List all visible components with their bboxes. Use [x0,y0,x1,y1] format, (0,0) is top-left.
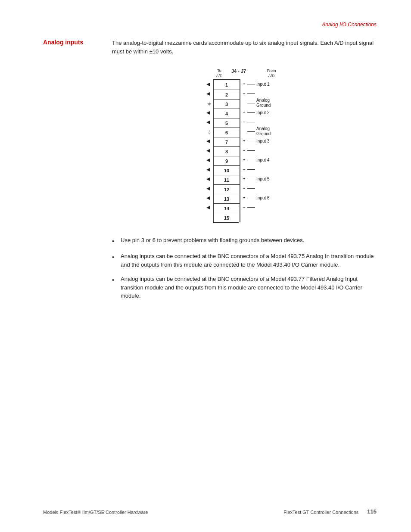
footer-left: Models FlexTest® IIm/GT/SE Controller Ha… [43,510,148,515]
right-cell-13: +Input 6 [243,193,271,202]
line-stub-10 [247,169,255,170]
line-stub-12 [247,188,255,189]
connector-name-label: J4 - J7 [226,68,252,78]
pin-cell-12: 12 [214,184,240,194]
pin-cell-1: 1 [214,80,240,90]
pm-symbol-9: + [243,158,247,162]
pin-cell-6: 6 [214,128,240,137]
pin-cell-8: 8 [214,146,240,156]
right-cell-14: − [243,202,271,212]
pin-cell-13: 13 [214,194,240,203]
line-stub-14 [247,207,255,208]
pin-arrow-7: ◄ [200,136,213,146]
pin-arrow-5: ◄ [200,117,213,127]
line-stub-1 [247,84,255,84]
input-label-4: Input 2 [256,110,270,115]
line-stub-5 [247,122,255,122]
bullet-dot-1: • [112,236,121,246]
footer-right: FlexTest GT Controller Connections 115 [283,508,377,515]
from-ad-label: FromA/D [254,68,289,78]
input-label-9: Input 4 [256,158,270,162]
bullet-item-2: •Analog inputs can be connected at the B… [112,252,377,269]
footer: Models FlexTest® IIm/GT/SE Controller Ha… [0,508,411,515]
input-label-13: Input 6 [256,196,270,200]
pin-arrow-14: ◄ [200,202,213,212]
line-stub-4 [247,112,255,113]
header-section-title: Analog I/O Connections [322,22,377,28]
bullet-text-2: Analog inputs can be connected at the BN… [121,252,377,269]
right-cell-1: +Input 1 [243,79,271,89]
ground-line-6 [247,131,255,132]
pin-arrow-1: ◄ [200,79,213,89]
right-cell-4: +Input 2 [243,108,271,117]
pin-cell-15: 15 [214,213,240,222]
right-cell-8: − [243,146,271,155]
ground-label-3: AnalogGround [256,98,271,108]
center-pins-col: 123456789101112131415 [213,79,240,222]
section-description: The analog-to-digital mezzanine cards ac… [112,39,377,56]
line-stub-13 [247,198,255,198]
pin-cell-3: 3 [214,99,240,109]
pm-symbol-1: + [243,82,247,86]
line-stub-9 [247,160,255,160]
pin-arrow-8: ◄ [200,146,213,155]
pm-symbol-13: + [243,196,247,200]
right-cell-3: AnalogGround [243,98,271,108]
right-cell-7: +Input 3 [243,136,271,146]
line-stub-2 [247,93,255,94]
right-labels-col: +Input 1−AnalogGround+Input 2−AnalogGrou… [243,79,271,221]
pin-cell-11: 11 [214,175,240,184]
pin-arrow-4: ◄ [200,108,213,117]
bullet-text-1: Use pin 3 or 6 to prevent problems with … [121,236,377,246]
pm-symbol-2: − [243,91,247,96]
pin-arrow-2: ◄ [200,89,213,98]
pm-symbol-5: − [243,120,247,124]
right-cell-10: − [243,165,271,174]
right-cell-9: +Input 4 [243,155,271,165]
bullet-text-3: Analog inputs can be connected at the BN… [121,275,377,300]
right-cell-12: − [243,184,271,193]
bullet-dot-2: • [112,252,121,269]
section-label: Analog inputs [43,39,112,306]
pm-symbol-12: − [243,186,247,190]
right-cell-11: +Input 5 [243,174,271,184]
analog-inputs-section: Analog inputs The analog-to-digital mezz… [43,39,377,306]
input-label-1: Input 1 [256,82,270,87]
input-label-7: Input 3 [256,139,270,143]
pin-cell-5: 5 [214,118,240,128]
input-label-11: Input 5 [256,177,270,181]
ground-label-6: AnalogGround [256,126,271,137]
pm-symbol-14: − [243,205,247,209]
footer-center: FlexTest GT Controller Connections [283,510,358,515]
line-stub-7 [247,141,255,141]
pin-arrow-13: ◄ [200,193,213,202]
bullet-item-1: •Use pin 3 or 6 to prevent problems with… [112,236,377,246]
connector-bottom-border [213,222,239,223]
pin-arrow-9: ◄ [200,155,213,165]
connector-rows: ◄◄⏚◄◄⏚◄◄◄◄◄◄◄◄123456789101112131415+Inpu… [200,79,289,222]
pin-cell-2: 2 [214,90,240,99]
right-cell-15 [243,212,271,221]
connector-diagram-area: ToA/D J4 - J7 FromA/D ◄◄⏚◄◄⏚◄◄◄◄◄◄◄◄1234… [112,68,377,223]
pin-arrow-6: ⏚ [200,127,213,136]
pin-arrow-12: ◄ [200,184,213,193]
to-ad-label: ToA/D [213,68,226,78]
connector-diagram: ToA/D J4 - J7 FromA/D ◄◄⏚◄◄⏚◄◄◄◄◄◄◄◄1234… [200,68,289,223]
pm-symbol-10: − [243,167,247,171]
line-stub-11 [247,179,255,179]
pin-arrow-10: ◄ [200,165,213,174]
ground-line-3 [247,103,255,103]
right-cell-5: − [243,117,271,127]
footer-page: 115 [367,508,377,515]
diagram-top-labels: ToA/D J4 - J7 FromA/D [213,68,289,78]
left-arrows-col: ◄◄⏚◄◄⏚◄◄◄◄◄◄◄◄ [200,79,213,221]
line-stub-8 [247,150,255,151]
pm-symbol-4: + [243,110,247,115]
pin-cell-7: 7 [214,137,240,146]
bullet-item-3: •Analog inputs can be connected at the B… [112,275,377,300]
right-cell-6: AnalogGround [243,127,271,136]
pin-cell-14: 14 [214,203,240,213]
bullets-list: •Use pin 3 or 6 to prevent problems with… [112,236,377,300]
bullet-dot-3: • [112,275,121,300]
page: Analog I/O Connections Analog inputs The… [0,0,411,532]
